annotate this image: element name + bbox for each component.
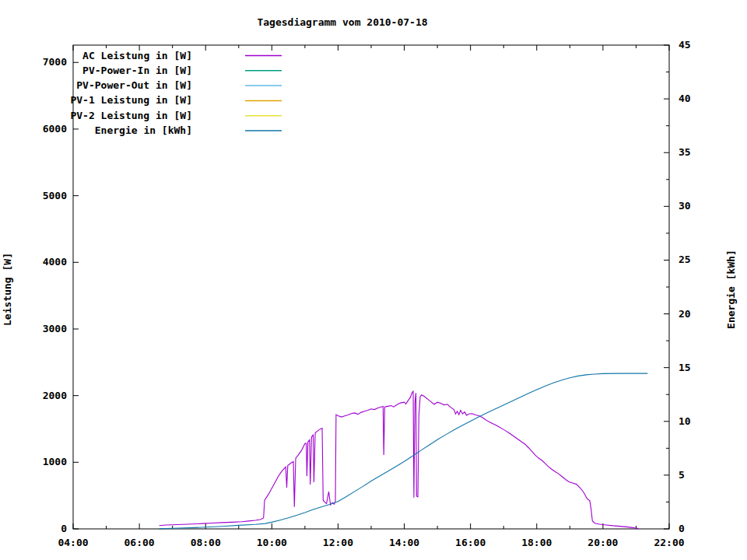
x-axis-tick-label: 16:00 (455, 537, 486, 548)
series-line-energie (160, 373, 648, 529)
y-axis-tick-label: 2000 (43, 390, 67, 401)
legend-item-label: PV-2 Leistung in [W] (70, 110, 192, 121)
y2-axis-tick-label: 30 (679, 200, 691, 212)
y-axis-tick-label: 7000 (43, 56, 67, 68)
plot-canvas: Tagesdiagramm vom 2010-07-18 Leistung [W… (0, 0, 747, 560)
x-axis-tick-label: 04:00 (58, 537, 88, 548)
y2-axis-tick-label: 0 (679, 523, 685, 534)
legend-item-label: AC Leistung in [W] (82, 50, 192, 61)
y2-axis-tick-label: 20 (679, 308, 691, 320)
x-axis-tick-label: 12:00 (323, 537, 353, 548)
y-axis-tick-label: 6000 (43, 123, 67, 135)
chart-title: Tagesdiagramm vom 2010-07-18 (257, 16, 427, 28)
x-axis-tick-label: 14:00 (389, 537, 419, 548)
legend-item: PV-Power-In in [W] (82, 65, 282, 76)
x-axis-tick-label: 20:00 (587, 537, 618, 548)
y2-axis-label: Energie [kWh] (725, 250, 737, 329)
y2-axis-tick-label: 15 (679, 362, 691, 373)
x-axis-tick-label: 18:00 (521, 537, 552, 548)
legend-item: AC Leistung in [W] (82, 50, 282, 61)
legend-item-label: PV-1 Leistung in [W] (70, 94, 192, 106)
y-axis-tick-label: 3000 (43, 323, 67, 334)
x-axis-tick-label: 10:00 (257, 537, 287, 548)
y-axis-tick-label: 1000 (43, 456, 67, 467)
legend-item: PV-1 Leistung in [W] (70, 94, 282, 106)
tagesdiagramm-chart: Tagesdiagramm vom 2010-07-18 Leistung [W… (0, 0, 747, 560)
legend-item-label: Energie in [kWh] (95, 124, 192, 136)
series-line-ac (160, 391, 639, 528)
x-axis-tick-label: 08:00 (191, 537, 221, 548)
y-axis-label: Leistung [W] (2, 253, 13, 326)
legend-item: PV-2 Leistung in [W] (70, 110, 282, 121)
legend-item-label: PV-Power-In in [W] (82, 65, 192, 76)
y2-axis-tick-label: 40 (679, 93, 691, 104)
y2-axis-tick-label: 5 (679, 469, 685, 481)
legend-item: Energie in [kWh] (95, 124, 282, 136)
y-axis-tick-label: 5000 (43, 190, 67, 201)
y-axis-tick-label: 0 (61, 523, 67, 534)
series-layer (160, 373, 648, 529)
y2-axis-tick-label: 35 (679, 146, 691, 158)
y2-axis-tick-label: 25 (679, 254, 691, 265)
legend-item-label: PV-Power-Out in [W] (76, 79, 192, 91)
x-axis-tick-label: 22:00 (654, 537, 684, 548)
legend-layer: AC Leistung in [W]PV-Power-In in [W]PV-P… (70, 50, 282, 137)
y2-axis-tick-label: 10 (679, 415, 691, 427)
legend-item: PV-Power-Out in [W] (76, 79, 282, 91)
x-axis-tick-label: 06:00 (124, 537, 155, 548)
y-axis-tick-label: 4000 (43, 256, 67, 268)
y2-axis-tick-label: 45 (679, 39, 691, 51)
